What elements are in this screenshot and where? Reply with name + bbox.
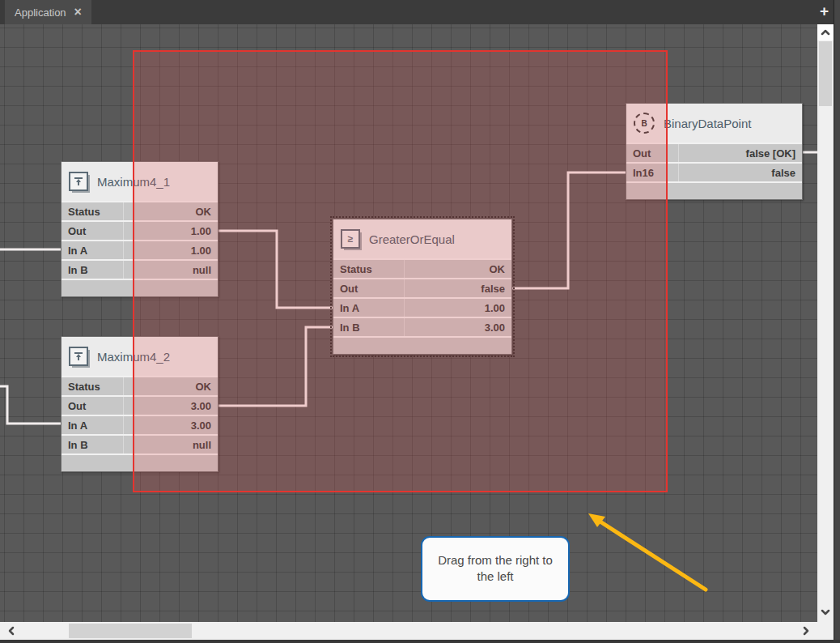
scroll-up-icon[interactable] xyxy=(817,24,834,40)
window-bottom-edge xyxy=(0,640,840,643)
scroll-right-icon[interactable] xyxy=(798,623,814,639)
wire-sheet-canvas[interactable]: Maximum4_1 StatusOK Out1.00 In A1.00 In … xyxy=(0,24,817,622)
annotation-arrow xyxy=(0,24,817,622)
scroll-left-icon[interactable] xyxy=(3,623,19,639)
horizontal-scrollbar[interactable] xyxy=(0,622,834,640)
vertical-scrollbar-thumb[interactable] xyxy=(819,41,832,106)
tab-application[interactable]: Application × xyxy=(5,0,91,24)
close-icon[interactable]: × xyxy=(74,6,82,19)
wire-sheet-window: Application × + Maximum4_1 StatusOK Out1… xyxy=(0,0,840,643)
horizontal-scrollbar-thumb[interactable] xyxy=(69,624,192,638)
tab-bar: Application × + xyxy=(0,0,840,24)
vertical-scrollbar[interactable] xyxy=(817,24,834,622)
scroll-down-icon[interactable] xyxy=(817,604,834,620)
add-tab-icon[interactable]: + xyxy=(820,2,829,20)
window-right-edge xyxy=(834,0,840,643)
tab-label: Application xyxy=(15,6,66,19)
